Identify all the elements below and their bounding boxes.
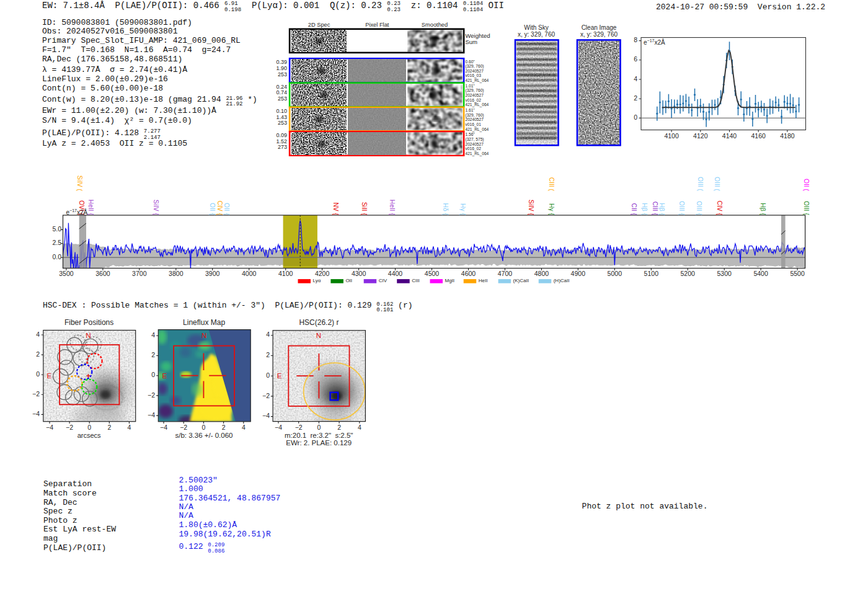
svg-text:SiIV {: SiIV { (528, 200, 534, 216)
svg-text:HeII {: HeII { (87, 200, 94, 216)
svg-text:CIV {: CIV { (216, 201, 223, 216)
svg-text:CIV {: CIV { (716, 201, 723, 216)
svg-text:OIII (: OIII ( (714, 177, 720, 191)
svg-text:OIII (: OIII ( (697, 177, 704, 191)
svg-text:Hβ {: Hβ { (641, 203, 648, 215)
svg-text:Hβ {: Hβ { (658, 203, 665, 215)
svg-text:SiIV {: SiIV { (153, 200, 159, 216)
svg-text:OIII {: OIII { (803, 201, 810, 215)
svg-text:NV {: NV { (332, 202, 339, 215)
svg-text:Hγ {: Hγ { (548, 203, 555, 215)
svg-text:OII {: OII { (209, 203, 216, 216)
svg-text:OII (: OII ( (803, 179, 810, 192)
svg-text:CIII (: CIII ( (548, 177, 555, 192)
svg-text:Hβ {: Hβ { (760, 203, 766, 215)
svg-text:CII {: CII { (631, 203, 637, 216)
svg-text:OII {: OII { (223, 203, 230, 216)
svg-text:Hγ {: Hγ { (459, 203, 466, 215)
svg-text:SiII {: SiII { (361, 202, 368, 216)
svg-text:HeII {: HeII { (389, 200, 396, 216)
svg-text:OIII {: OIII { (696, 201, 702, 215)
svg-text:Hδ {: Hδ { (442, 203, 449, 216)
svg-text:CIII {: CIII { (652, 202, 658, 216)
svg-text:SiIV (: SiIV ( (76, 176, 83, 192)
svg-text:OIII {: OIII { (678, 201, 685, 215)
